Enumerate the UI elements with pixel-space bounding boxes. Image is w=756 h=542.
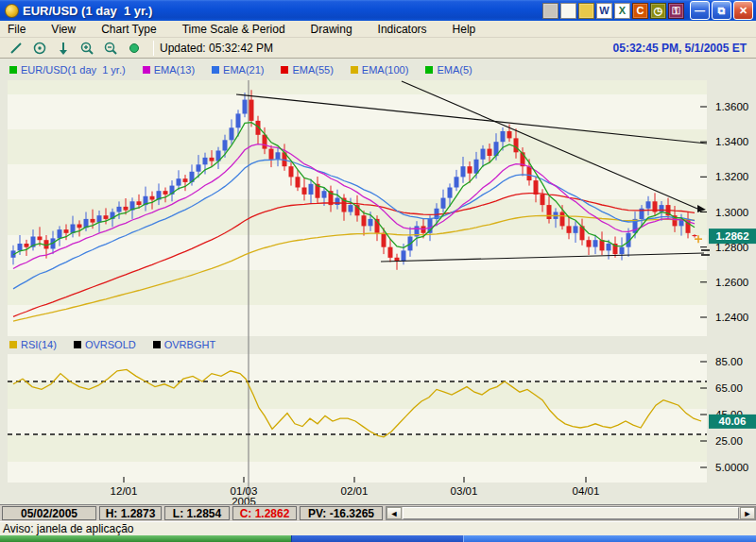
excel-icon[interactable]: X <box>614 3 630 19</box>
scroll-left-button[interactable]: ◄ <box>387 507 402 519</box>
status-date: 05/02/2005 <box>2 506 96 520</box>
svg-text:65.00: 65.00 <box>715 382 743 394</box>
legend-label: EMA(5) <box>437 64 472 76</box>
title-bar[interactable]: EUR/USD (1 day 1 yr.) WXC◷⚿ — ⧉ ✕ <box>0 0 756 21</box>
key-icon[interactable]: ⚿ <box>668 3 684 19</box>
restore-button[interactable]: ⧉ <box>712 1 731 20</box>
last-price-tag: 1.2862 <box>709 229 756 244</box>
status-pv: PV: -16.3265 <box>300 506 383 520</box>
svg-text:12/01: 12/01 <box>111 485 138 497</box>
minimize-button[interactable]: — <box>690 1 710 20</box>
legend-label: OVRBGHT <box>164 339 215 350</box>
svg-text:40.06: 40.06 <box>719 415 747 427</box>
scroll-right-button[interactable]: ► <box>740 507 755 519</box>
legend-label: EMA(100) <box>362 64 409 76</box>
line-tool-icon[interactable] <box>6 40 26 57</box>
status-ball-icon[interactable] <box>124 40 145 57</box>
rsi-value-tag: 40.06 <box>709 415 756 429</box>
status-high: H: 1.2873 <box>99 506 162 520</box>
down-arrow-icon[interactable] <box>53 40 74 57</box>
legend-swatch <box>281 66 288 74</box>
zoom-out-icon[interactable] <box>100 40 121 57</box>
svg-text:5.0000: 5.0000 <box>715 462 748 473</box>
legend-label: EMA(21) <box>223 64 264 76</box>
legend-item[interactable]: RSI(14) <box>9 339 57 350</box>
menu-item-file[interactable]: File <box>8 23 26 36</box>
menu-item-indicators[interactable]: Indicators <box>378 23 427 36</box>
launcher-toolbar: WXC◷⚿ <box>542 3 684 19</box>
legend-item[interactable]: EUR/USD(1 day 1 yr.) <box>9 64 126 76</box>
legend-swatch <box>74 341 81 348</box>
legend-label: EMA(13) <box>154 64 195 76</box>
svg-text:1.2600: 1.2600 <box>715 277 748 288</box>
svg-text:2005: 2005 <box>232 496 256 504</box>
status-row: 05/02/2005 H: 1.2873 L: 1.2854 C: 1.2862… <box>0 504 756 521</box>
taskbar-segment-light[interactable] <box>463 535 756 542</box>
taskbar-button-green[interactable] <box>0 535 291 542</box>
menu-item-time-scale-period[interactable]: Time Scale & Period <box>182 23 285 36</box>
svg-text:85.00: 85.00 <box>715 356 743 367</box>
scrollbar-thumb[interactable] <box>403 507 739 519</box>
svg-text:03/01: 03/01 <box>451 485 478 497</box>
palette-icon[interactable] <box>542 3 558 19</box>
legend-swatch <box>425 66 433 74</box>
legend-swatch <box>351 66 358 74</box>
menu-item-help[interactable]: Help <box>453 23 476 36</box>
price-axis: 1.36001.34001.32001.30001.28001.26001.24… <box>700 101 748 323</box>
legend-item[interactable]: EMA(13) <box>143 64 195 76</box>
toolbar-separator <box>153 41 154 56</box>
chart-canvas[interactable]: 1.36001.34001.32001.30001.28001.26001.24… <box>0 59 756 504</box>
legend-item[interactable]: OVRSOLD <box>74 339 136 350</box>
svg-text:1.3400: 1.3400 <box>715 136 748 147</box>
svg-text:1.2400: 1.2400 <box>715 312 748 323</box>
legend-item[interactable]: EMA(21) <box>212 64 264 76</box>
legend-swatch <box>9 341 17 348</box>
server-clock: 05:32:45 PM, 5/1/2005 ET <box>613 42 750 55</box>
legend-swatch <box>212 66 219 74</box>
taskbar-strip <box>0 535 756 542</box>
svg-text:1.3000: 1.3000 <box>715 207 748 218</box>
legend-label: EUR/USD(1 day 1 yr.) <box>21 64 126 76</box>
status-message-bar: Aviso: janela de aplicação <box>0 521 756 535</box>
svg-text:1.3600: 1.3600 <box>715 101 748 112</box>
svg-text:25.00: 25.00 <box>715 435 743 447</box>
legend-label: EMA(55) <box>292 64 333 76</box>
clock-icon[interactable]: ◷ <box>650 3 666 19</box>
app-icon <box>5 4 19 18</box>
menu-bar: FileViewChart TypeTime Scale & PeriodDra… <box>0 21 756 38</box>
menu-item-drawing[interactable]: Drawing <box>311 23 352 36</box>
horizontal-scrollbar[interactable]: ◄ ► <box>386 506 756 520</box>
status-close: C: 1.2862 <box>232 506 297 520</box>
app-window: EUR/USD (1 day 1 yr.) WXC◷⚿ — ⧉ ✕ FileVi… <box>0 0 756 542</box>
menu-item-chart-type[interactable]: Chart Type <box>101 23 156 36</box>
legend-item[interactable]: OVRBGHT <box>153 339 215 350</box>
chart-region: 1.36001.34001.32001.30001.28001.26001.24… <box>0 59 756 504</box>
price-legend: EUR/USD(1 day 1 yr.)EMA(13)EMA(21)EMA(55… <box>9 64 472 76</box>
legend-item[interactable]: EMA(55) <box>281 64 333 76</box>
crosshair-icon[interactable] <box>29 40 50 57</box>
legend-item[interactable]: EMA(100) <box>351 64 409 76</box>
svg-text:1.3200: 1.3200 <box>715 171 748 182</box>
word-icon[interactable]: W <box>596 3 612 19</box>
window-title: EUR/USD (1 day 1 yr.) <box>23 4 542 18</box>
legend-swatch <box>153 341 161 348</box>
legend-label: OVRSOLD <box>85 339 136 350</box>
calendar-icon[interactable]: C <box>632 3 648 19</box>
zoom-in-icon[interactable] <box>77 40 97 57</box>
svg-text:04/01: 04/01 <box>573 485 600 497</box>
updated-label: Updated: 05:32:42 PM <box>160 42 273 55</box>
menu-item-view[interactable]: View <box>51 23 76 36</box>
journal-icon[interactable] <box>560 3 576 19</box>
svg-text:02/01: 02/01 <box>341 485 369 497</box>
rsi-legend: RSI(14)OVRSOLDOVRBGHT <box>9 339 215 350</box>
legend-label: RSI(14) <box>21 339 57 350</box>
toolbar: Updated: 05:32:42 PM 05:32:45 PM, 5/1/20… <box>0 38 756 59</box>
svg-text:1.2862: 1.2862 <box>715 230 748 242</box>
legend-swatch <box>9 66 17 74</box>
legend-swatch <box>143 66 150 74</box>
close-button[interactable]: ✕ <box>733 1 753 20</box>
status-low: L: 1.2854 <box>164 506 230 520</box>
taskbar-segment[interactable] <box>291 535 463 542</box>
folder-icon[interactable] <box>578 3 594 19</box>
legend-item[interactable]: EMA(5) <box>425 64 472 76</box>
